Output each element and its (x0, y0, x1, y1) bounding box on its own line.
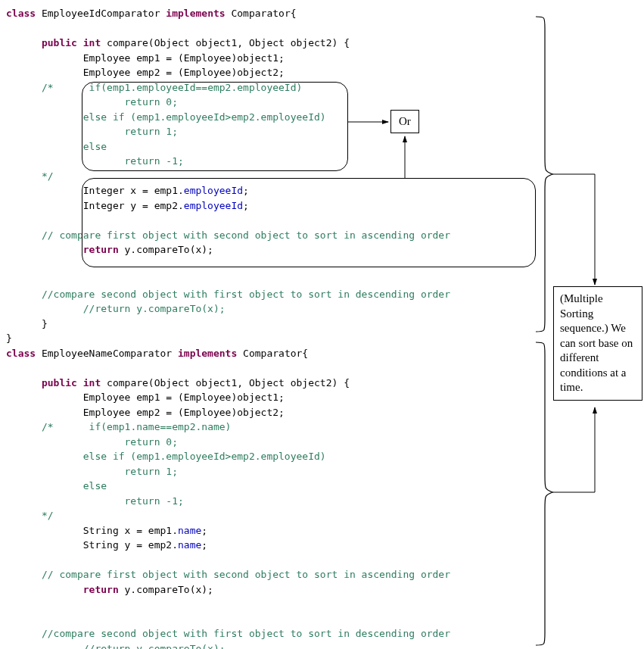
block-comment-line: return 0; (125, 436, 178, 448)
code-line: Employee emp2 = (Employee)object2; (83, 407, 285, 418)
note-text: (Multiple Sorting sequence.) We can sort… (560, 292, 633, 393)
iface-name: Comparator{ (231, 8, 296, 19)
or-label: Or (399, 115, 411, 127)
code-line: Integer x = emp1.employeeId; (83, 185, 249, 196)
line-comment: //compare second object with first objec… (42, 628, 450, 639)
code-line: Employee emp1 = (Employee)object1; (83, 392, 285, 403)
code-diagram: class EmployeeIdComparator implements Co… (6, 6, 638, 649)
block-comment-line: else (83, 480, 107, 491)
class-name: EmployeeNameComparator (42, 348, 172, 359)
note-box: (Multiple Sorting sequence.) We can sort… (553, 286, 642, 401)
block-comment-line: else (83, 141, 107, 152)
keyword-return: return (83, 584, 119, 595)
line-comment: // compare first object with second obje… (42, 229, 450, 241)
keyword-public: public (42, 37, 77, 48)
block-comment-line: return 1; (125, 126, 178, 137)
block-comment-line: else if (emp1.employeeId>emp2.employeeId… (83, 111, 326, 123)
brace: } (6, 332, 12, 344)
block-comment-open: /* (42, 421, 54, 432)
method-sig: compare(Object object1, Object object2) … (107, 37, 350, 48)
block-comment-line: else if (emp1.employeeId>emp2.employeeId… (83, 451, 326, 462)
iface-name: Comparator{ (243, 348, 308, 359)
block-comment-line: if(emp1.name==emp2.name) (89, 421, 232, 432)
return-expr: y.compareTo(x); (119, 584, 213, 595)
keyword-int: int (83, 37, 101, 48)
block-comment-close: */ (42, 170, 54, 182)
block-comment-line: if(emp1.employeeId==emp2.employeeId) (89, 82, 303, 93)
line-comment: //return y.compareTo(x); (83, 303, 226, 314)
keyword-class: class (6, 348, 36, 359)
keyword-return: return (83, 244, 119, 255)
block-comment-close: */ (42, 510, 54, 521)
return-expr: y.compareTo(x); (119, 244, 213, 255)
keyword-int: int (83, 377, 101, 388)
block-comment-line: return -1; (125, 155, 184, 167)
code-block-1: class EmployeeIdComparator implements Co… (6, 6, 638, 346)
line-comment: // compare first object with second obje… (42, 569, 450, 580)
block-comment-line: return -1; (125, 495, 184, 507)
keyword-implements: implements (166, 8, 225, 19)
block-comment-line: return 1; (125, 466, 178, 477)
code-line: String y = emp2.name; (83, 539, 207, 551)
class-name: EmployeeIdComparator (42, 8, 160, 19)
keyword-class: class (6, 8, 36, 19)
line-comment: //compare second object with first objec… (42, 289, 450, 300)
block-comment-line: return 0; (125, 96, 178, 108)
code-line: Employee emp1 = (Employee)object1; (83, 52, 285, 64)
code-line: Integer y = emp2.employeeId; (83, 200, 249, 211)
line-comment: //return y.compareTo(x); (83, 643, 226, 650)
code-line: String x = emp1.name; (83, 525, 207, 536)
or-label-box: Or (390, 110, 419, 133)
method-sig: compare(Object object1, Object object2) … (107, 377, 350, 388)
keyword-public: public (42, 377, 77, 388)
code-line: Employee emp2 = (Employee)object2; (83, 67, 285, 78)
code-block-2: class EmployeeNameComparator implements … (6, 346, 638, 650)
keyword-implements: implements (178, 348, 237, 359)
block-comment-open: /* (42, 82, 54, 93)
brace: } (42, 318, 48, 329)
